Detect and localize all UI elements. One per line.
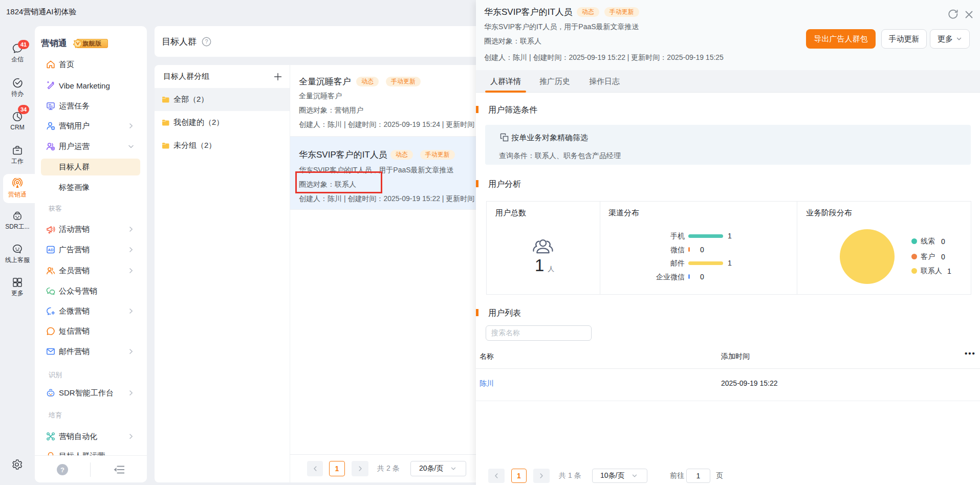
svg-text:?: ? — [205, 38, 208, 45]
svg-text:AD: AD — [48, 248, 54, 252]
svg-text:?: ? — [60, 466, 64, 474]
